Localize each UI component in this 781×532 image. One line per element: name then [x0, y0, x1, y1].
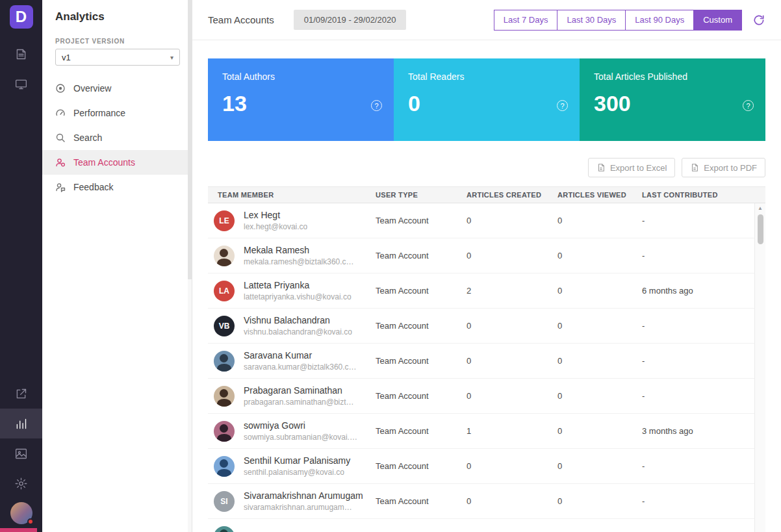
- sidebar-item-performance[interactable]: Performance: [42, 101, 192, 125]
- rail-button-site[interactable]: [0, 69, 42, 99]
- stat-cards: Total Authors13?Total Readers0?Total Art…: [208, 58, 765, 141]
- export-pdf-button[interactable]: Export to PDF: [682, 158, 765, 177]
- analytics-icon: [14, 417, 28, 431]
- icon-rail: D: [0, 0, 42, 532]
- rail-button-settings[interactable]: [0, 468, 42, 498]
- avatar: [214, 386, 235, 407]
- member-email: vishnu.balachandran@kovai.co: [244, 327, 352, 336]
- articles-created-cell: 0: [457, 496, 548, 506]
- project-version-select[interactable]: v1 ▾: [55, 49, 180, 66]
- member-email: mekala.ramesh@biztalk360.c…: [244, 257, 354, 266]
- user-avatar[interactable]: [10, 502, 32, 524]
- sidebar: Analytics PROJECT VERSION v1 ▾ OverviewP…: [42, 0, 192, 532]
- scrollbar-thumb[interactable]: [758, 214, 763, 244]
- articles-created-cell: 0: [457, 251, 548, 260]
- member-email: sowmiya.subramanian@kovai.…: [244, 433, 357, 442]
- avatar: VB: [214, 316, 235, 336]
- avatar: [214, 246, 235, 266]
- sidebar-scrollbar-thumb[interactable]: [188, 0, 192, 279]
- articles-created-cell: 0: [457, 461, 548, 471]
- user-type-cell: Team Account: [366, 461, 457, 471]
- member-name: Senthil Kumar Palanisamy: [244, 455, 350, 466]
- stat-value: 0: [408, 91, 565, 116]
- stat-label: Total Articles Published: [594, 71, 751, 82]
- table-body: ▲ LELex Hegtlex.hegt@kovai.coTeam Accoun…: [208, 203, 765, 532]
- member-name: Sivaramakrishnan Arumugam: [244, 490, 363, 501]
- rail-bottom-group: [0, 379, 42, 498]
- avatar: [214, 351, 235, 372]
- app-logo[interactable]: D: [10, 5, 33, 29]
- column-header-last-contributed: LAST CONTRIBUTED: [632, 191, 754, 199]
- avatar: LE: [214, 210, 235, 231]
- team-accounts-icon: [55, 157, 66, 168]
- rail-button-external-link[interactable]: [0, 379, 42, 409]
- member-email: lex.hegt@kovai.co: [244, 222, 307, 231]
- articles-viewed-cell: 0: [548, 391, 632, 401]
- table-scrollbar[interactable]: ▲: [754, 203, 765, 532]
- member-cell: VBVishnu Balachandranvishnu.balachandran…: [208, 315, 366, 336]
- member-cell: Saravana Kumarsaravana.kumar@biztalk360.…: [208, 350, 366, 372]
- sidebar-item-search[interactable]: Search: [42, 125, 192, 150]
- sidebar-item-label: Team Accounts: [73, 157, 135, 168]
- member-name: Prabagaran Saminathan: [244, 385, 354, 396]
- date-range-badge[interactable]: 01/09/2019 - 29/02/2020: [294, 10, 407, 30]
- last-contributed-cell: -: [632, 251, 754, 260]
- table-row: Senthil Kumar Palanisamysenthil.palanisa…: [208, 449, 754, 484]
- range-button-last-7-days[interactable]: Last 7 Days: [494, 10, 558, 31]
- sidebar-item-team-accounts[interactable]: Team Accounts: [42, 150, 192, 175]
- member-cell: Prabagaran Saminathanprabagaran.saminath…: [208, 385, 366, 407]
- rail-button-analytics[interactable]: [0, 409, 42, 438]
- sidebar-item-overview[interactable]: Overview: [42, 76, 192, 101]
- member-email: lattetapriyanka.vishu@kovai.co: [244, 292, 352, 301]
- stat-label: Total Authors: [222, 71, 379, 82]
- app-root: D Analytics PROJECT VERSION v1 ▾ Overvie…: [0, 0, 781, 532]
- articles-created-cell: 0: [457, 356, 548, 366]
- sidebar-scrollbar[interactable]: [188, 0, 192, 532]
- last-contributed-cell: -: [632, 461, 754, 471]
- last-contributed-cell: -: [632, 391, 754, 401]
- stat-card-total-articles-published: Total Articles Published300?: [580, 58, 765, 141]
- member-cell: sowmiya Gowrisowmiya.subramanian@kovai.…: [208, 420, 366, 442]
- rail-button-media[interactable]: [0, 438, 42, 468]
- table-row: LELex Hegtlex.hegt@kovai.coTeam Account0…: [208, 203, 754, 238]
- table-row: Prabagaran Saminathanprabagaran.saminath…: [208, 379, 754, 414]
- refresh-button[interactable]: [752, 14, 765, 27]
- column-header-team-member: TEAM MEMBER: [208, 191, 366, 199]
- user-type-cell: Team Account: [366, 216, 457, 225]
- range-button-last-30-days[interactable]: Last 30 Days: [557, 10, 626, 31]
- stat-value: 13: [222, 91, 379, 116]
- last-contributed-cell: 3 months ago: [632, 426, 754, 436]
- member-cell: Mekala Rameshmekala.ramesh@biztalk360.c…: [208, 245, 366, 266]
- rail-button-knowledge-base[interactable]: [0, 39, 42, 69]
- member-name: Lex Hegt: [244, 210, 307, 220]
- sidebar-item-label: Overview: [73, 83, 111, 94]
- help-icon[interactable]: ?: [557, 100, 568, 111]
- table-row: VBVishnu Balachandranvishnu.balachandran…: [208, 309, 754, 344]
- stat-label: Total Readers: [408, 71, 565, 82]
- avatar: [214, 526, 235, 532]
- range-button-last-90-days[interactable]: Last 90 Days: [625, 10, 694, 31]
- brand-strip: [0, 528, 37, 532]
- feedback-icon: [55, 182, 66, 192]
- overview-icon: [55, 83, 66, 94]
- sidebar-item-feedback[interactable]: Feedback: [42, 175, 192, 199]
- range-button-custom[interactable]: Custom: [693, 10, 742, 31]
- site-icon: [14, 77, 28, 91]
- external-link-icon: [14, 387, 28, 401]
- refresh-icon: [752, 14, 765, 27]
- scroll-up-arrow[interactable]: ▲: [758, 205, 763, 211]
- member-cell: SISivaramakrishnan Arumugamsivaramakrish…: [208, 490, 366, 512]
- member-name: Saravana Kumar: [244, 350, 357, 361]
- main-content: Team Accounts 01/09/2019 - 29/02/2020 La…: [192, 0, 781, 532]
- excel-icon: [596, 163, 606, 172]
- performance-icon: [55, 108, 66, 118]
- avatar: SI: [214, 491, 235, 512]
- table-header: TEAM MEMBERUSER TYPEARTICLES CREATEDARTI…: [208, 186, 765, 203]
- column-header-articles-created: ARTICLES CREATED: [457, 191, 548, 199]
- column-header-user-type: USER TYPE: [366, 191, 457, 199]
- articles-viewed-cell: 0: [548, 216, 632, 225]
- member-name: Latteta Priyanka: [244, 280, 352, 290]
- help-icon[interactable]: ?: [371, 100, 382, 111]
- help-icon[interactable]: ?: [743, 100, 754, 111]
- export-excel-button[interactable]: Export to Excel: [588, 158, 675, 177]
